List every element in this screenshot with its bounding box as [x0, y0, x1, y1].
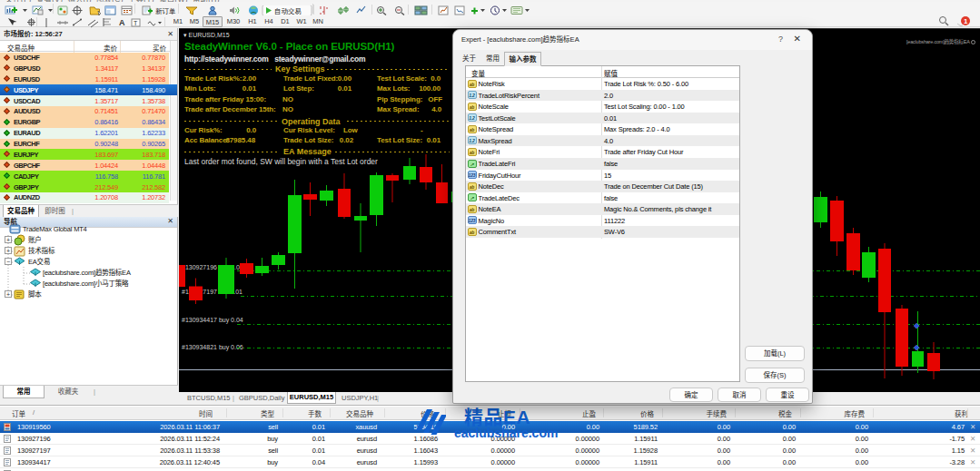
svg-text:自动交易: 自动交易	[274, 7, 302, 15]
svg-text:T: T	[134, 20, 138, 26]
svg-text:新订单: 新订单	[155, 7, 176, 15]
svg-text:#130934821 buy 0.06: #130934821 buy 0.06	[182, 344, 243, 351]
svg-text:1: 1	[964, 17, 968, 25]
svg-text:#130934417 buy 0.04: #130934417 buy 0.04	[182, 317, 243, 324]
svg-text:A: A	[119, 18, 125, 27]
